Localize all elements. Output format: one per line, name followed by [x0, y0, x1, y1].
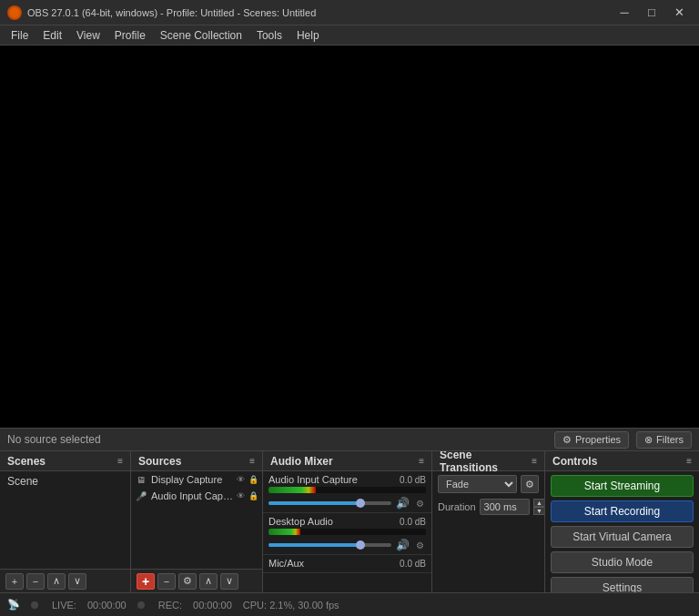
scene-item[interactable]: Scene [0, 471, 130, 491]
transition-settings-button[interactable]: ⚙ [521, 475, 539, 493]
studio-mode-button[interactable]: Studio Mode [551, 551, 694, 573]
sources-settings-button[interactable]: ⚙ [178, 573, 197, 590]
duration-input[interactable] [480, 499, 530, 515]
menu-view[interactable]: View [69, 27, 107, 44]
scenes-panel: Scenes ≡ Scene + − ∧ ∨ [0, 451, 131, 592]
source-item-display[interactable]: 🖥 Display Capture 👁 🔒 [131, 471, 262, 488]
sources-up-button[interactable]: ∧ [199, 573, 218, 590]
audio-input-mute-icon[interactable]: 🔊 [395, 496, 410, 510]
scenes-up-button[interactable]: ∧ [47, 573, 66, 590]
start-virtual-camera-button[interactable]: Start Virtual Camera [551, 526, 694, 548]
menu-file[interactable]: File [4, 27, 35, 44]
audio-input-settings-icon[interactable]: ⚙ [413, 497, 426, 510]
audio-desktop-vu [268, 529, 426, 535]
audio-mixer-content: Audio Input Capture 0.0 dB 🔊 ⚙ [263, 471, 431, 592]
gear-icon: ⚙ [562, 434, 572, 446]
audio-desktop-controls: 🔊 ⚙ [268, 538, 426, 552]
scenes-menu-icon[interactable]: ≡ [117, 456, 123, 466]
transitions-panel: Scene Transitions ≡ Fade Cut Swipe Slide… [432, 451, 545, 592]
maximize-button[interactable]: □ [639, 4, 664, 22]
scenes-down-button[interactable]: ∨ [68, 573, 86, 590]
sources-add-button[interactable]: + [137, 573, 155, 590]
start-streaming-button[interactable]: Start Streaming [551, 475, 694, 497]
window-controls: ─ □ ✕ [612, 4, 692, 22]
audio-capture-icon: 🎤 [135, 490, 147, 502]
menu-help[interactable]: Help [289, 27, 327, 44]
live-indicator [31, 601, 38, 609]
audio-desktop-settings-icon[interactable]: ⚙ [413, 539, 426, 551]
sources-panel: Sources ≡ 🖥 Display Capture 👁 🔒 🎤 Audio … [131, 451, 263, 592]
window-title: OBS 27.0.1 (64-bit, windows) - Profile: … [27, 7, 612, 18]
source-lock-icon[interactable]: 🔒 [248, 475, 258, 484]
menu-scene-collection[interactable]: Scene Collection [153, 27, 249, 44]
duration-up-button[interactable]: ▲ [533, 499, 544, 507]
menu-edit[interactable]: Edit [35, 27, 69, 44]
audio-mixer-header: Audio Mixer ≡ [263, 451, 431, 471]
properties-button[interactable]: ⚙ Properties [554, 431, 629, 449]
audio-track-input-header: Audio Input Capture 0.0 dB [268, 474, 426, 485]
source-eye2-icon[interactable]: 👁 [237, 491, 245, 500]
filters-button[interactable]: ⊗ Filters [636, 431, 692, 449]
app-icon [7, 5, 22, 20]
menu-tools[interactable]: Tools [249, 27, 289, 44]
audio-input-slider[interactable] [268, 501, 391, 505]
start-recording-button[interactable]: Start Recording [551, 500, 694, 522]
transition-select-row: Fade Cut Swipe Slide ⚙ [432, 471, 544, 497]
controls-menu-icon[interactable]: ≡ [686, 456, 692, 466]
transitions-header: Scene Transitions ≡ [432, 451, 544, 471]
settings-button[interactable]: Settings [551, 577, 694, 592]
audio-input-vu [268, 487, 426, 493]
scenes-add-button[interactable]: + [5, 573, 24, 590]
audio-track-desktop: Desktop Audio 0.0 dB 🔊 ⚙ [263, 513, 431, 555]
live-time: 00:00:00 [87, 600, 127, 611]
audio-input-slider-fill [268, 501, 360, 505]
duration-row: Duration ▲ ▼ [432, 497, 544, 517]
source-lock2-icon[interactable]: 🔒 [248, 491, 258, 500]
menubar: File Edit View Profile Scene Collection … [0, 25, 699, 45]
audio-mixer-menu-icon[interactable]: ≡ [419, 456, 424, 466]
duration-down-button[interactable]: ▼ [533, 507, 544, 515]
sources-list: 🖥 Display Capture 👁 🔒 🎤 Audio Input Capt… [131, 471, 262, 569]
audio-desktop-mute-icon[interactable]: 🔊 [395, 538, 410, 552]
audio-mixer-panel: Audio Mixer ≡ Audio Input Capture 0.0 dB [263, 451, 432, 592]
scenes-list: Scene [0, 471, 130, 569]
sources-menu-icon[interactable]: ≡ [249, 456, 255, 466]
cpu-usage: CPU: 2.1%, 30.00 fps [243, 600, 339, 611]
scenes-toolbar: + − ∧ ∨ [0, 569, 130, 592]
audio-mic-db: 0.0 dB [400, 559, 426, 569]
audio-track-desktop-header: Desktop Audio 0.0 dB [268, 516, 426, 527]
status-bar: No source selected ⚙ Properties ⊗ Filter… [0, 428, 699, 451]
audio-mixer-title: Audio Mixer [270, 455, 333, 468]
scenes-remove-button[interactable]: − [26, 573, 45, 590]
sources-toolbar: + − ⚙ ∧ ∨ [131, 569, 262, 592]
close-button[interactable]: ✕ [666, 4, 692, 22]
source-item-audio[interactable]: 🎤 Audio Input Captu... 👁 🔒 [131, 488, 262, 504]
audio-track-mic-header: Mic/Aux 0.0 dB [268, 558, 426, 569]
source-eye-icon[interactable]: 👁 [237, 475, 245, 484]
transition-type-select[interactable]: Fade Cut Swipe Slide [438, 475, 517, 493]
controls-header: Controls ≡ [545, 451, 699, 471]
transitions-title: Scene Transitions [440, 451, 532, 474]
audio-desktop-vu-bar [268, 529, 300, 535]
minimize-button[interactable]: ─ [612, 4, 637, 22]
sources-remove-button[interactable]: − [157, 573, 176, 590]
audio-mic-name: Mic/Aux [268, 558, 304, 569]
rec-time: 00:00:00 [193, 600, 232, 611]
bottom-status-bar: 📡 LIVE: 00:00:00 REC: 00:00:00 CPU: 2.1%… [0, 592, 699, 616]
menu-profile[interactable]: Profile [107, 27, 153, 44]
preview-canvas [0, 45, 699, 428]
controls-title: Controls [552, 455, 597, 468]
audio-desktop-slider-thumb [356, 540, 365, 550]
audio-track-input: Audio Input Capture 0.0 dB 🔊 ⚙ [263, 471, 431, 513]
duration-label: Duration [438, 501, 476, 512]
audio-desktop-db: 0.0 dB [400, 517, 426, 527]
audio-desktop-slider-fill [268, 543, 360, 547]
controls-panel: Controls ≡ Start Streaming Start Recordi… [545, 451, 699, 592]
audio-input-name: Audio Input Capture [268, 474, 358, 485]
sources-down-button[interactable]: ∨ [220, 573, 238, 590]
audio-input-slider-thumb [356, 499, 365, 508]
audio-track-mic: Mic/Aux 0.0 dB [263, 555, 431, 573]
audio-desktop-name: Desktop Audio [268, 516, 333, 527]
transitions-menu-icon[interactable]: ≡ [532, 456, 537, 466]
audio-desktop-slider[interactable] [268, 543, 391, 547]
